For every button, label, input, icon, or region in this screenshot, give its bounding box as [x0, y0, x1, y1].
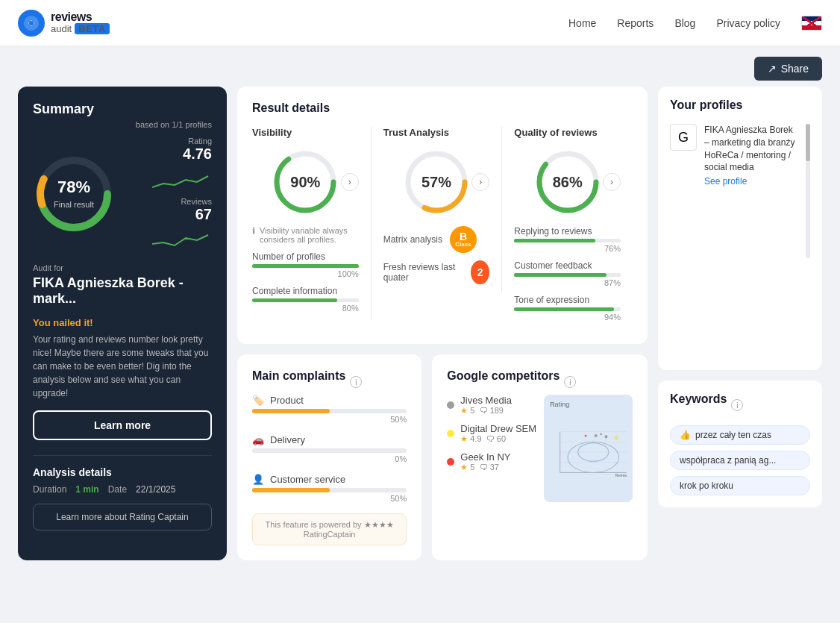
geek-meta: ★ 5 🗨 37 [460, 463, 510, 472]
keywords-card: Keywords i 👍 przez cały ten czas współpr… [658, 381, 822, 507]
visibility-percent: 90% [290, 174, 320, 191]
keywords-title: Keywords [670, 392, 727, 406]
complaints-info-icon[interactable]: i [350, 376, 362, 388]
share-button[interactable]: ↗ Share [754, 57, 822, 81]
date-value: 22/1/2025 [136, 484, 175, 495]
logo-sub-text: audit [51, 24, 72, 34]
result-cols: Visibility 90% › ℹ Visibili [252, 127, 633, 329]
visibility-note: ℹ Visibility variable always considers a… [252, 226, 359, 244]
keywords-info-icon[interactable]: i [731, 399, 743, 411]
competitors-title: Google competitors [447, 369, 560, 383]
bottom-row: Main complaints i 🏷️ Product 50% 🚗 Deliv… [237, 354, 648, 560]
rating-reviews: Rating 4.76 Reviews 67 [152, 137, 212, 251]
trust-score: 57% › [383, 148, 490, 216]
visibility-circle: 90% [272, 148, 339, 216]
profiles-card: Your profiles G FIKA Agnieszka Borek – m… [658, 87, 822, 370]
right-panel: Your profiles G FIKA Agnieszka Borek – m… [658, 87, 822, 560]
summary-card: Summary based on 1/1 profiles 78% Final … [18, 87, 227, 560]
profiles-scrollbar[interactable] [806, 124, 810, 258]
competitors-card: Google competitors i Jives Media ★ 5 [432, 354, 648, 560]
logo-sub: audit BETA [51, 23, 110, 34]
nav-privacy[interactable]: Privacy policy [716, 17, 780, 29]
info-icon-visibility: ℹ [252, 226, 255, 236]
svg-point-1 [29, 21, 34, 25]
donut-text: 78% Final result [54, 178, 94, 210]
analysis-title: Analysis details [33, 466, 212, 478]
fresh-label: Fresh reviews last quater [383, 262, 463, 283]
svg-point-23 [585, 435, 587, 437]
google-icon: G [670, 124, 697, 151]
matrix-row: Matrix analysis B Class [383, 226, 490, 253]
score-area: 78% Final result Rating 4.76 Reviews 67 [33, 137, 212, 251]
powered-by: This feature is powered by ★★★★ RatingCa… [252, 513, 407, 545]
complaint-product: 🏷️ Product 50% [252, 395, 407, 424]
share-area: ↗ Share [0, 46, 840, 87]
trust-percent: 57% [421, 174, 451, 191]
quality-chevron[interactable]: › [603, 173, 621, 191]
quality-percent: 86% [553, 174, 583, 191]
profile-name: FIKA Agnieszka Borek – marketing dla bra… [704, 124, 800, 174]
visibility-col: Visibility 90% › ℹ Visibili [252, 127, 372, 320]
jives-meta: ★ 5 🗨 189 [460, 406, 512, 416]
analysis-details: Analysis details Duration 1 min Date 22/… [33, 455, 212, 530]
matrix-label: Matrix analysis [383, 234, 442, 245]
complaint-delivery-name: 🚗 Delivery [252, 434, 407, 445]
learn-more-button[interactable]: Learn more [33, 410, 212, 440]
quality-col: Quality of reviews 86% › Replying to re [502, 127, 633, 329]
b-class-badge: B Class [450, 226, 477, 253]
competitors-list: Jives Media ★ 5 🗨 189 [447, 395, 536, 502]
visibility-chevron[interactable]: › [341, 173, 359, 191]
complaint-service: 👤 Customer service 50% [252, 474, 407, 503]
profiles-scrollbar-thumb [806, 124, 810, 161]
complaints-card: Main complaints i 🏷️ Product 50% 🚗 Deliv… [237, 354, 421, 560]
logo-title: reviews [51, 11, 110, 23]
rc-link-button[interactable]: Learn more about Rating Captain [33, 504, 212, 530]
quality-score: 86% › [514, 148, 621, 216]
reviews-value: 67 [181, 206, 212, 223]
duration-value: 1 min [75, 484, 98, 495]
profile-item: G FIKA Agnieszka Borek – marketing dla b… [670, 124, 800, 187]
nav-reports[interactable]: Reports [617, 17, 653, 29]
reviews-block: Reviews 67 [181, 197, 212, 223]
fresh-num: 2 [471, 260, 490, 284]
see-profile-link[interactable]: See profile [704, 176, 747, 187]
center-content: Result details Visibility 90% › [237, 87, 648, 560]
visibility-score: 90% › [252, 148, 359, 216]
competitors-title-row: Google competitors i [447, 369, 633, 395]
trust-label: Trust Analysis [383, 127, 490, 138]
svg-point-22 [615, 436, 618, 439]
result-details-title: Result details [252, 101, 633, 115]
complaints-title-row: Main complaints i [252, 369, 407, 395]
fresh-reviews-row: Fresh reviews last quater 2 [383, 260, 490, 284]
competitors-chart-svg: Reviews [550, 411, 627, 493]
summary-title: Summary [33, 101, 212, 117]
rating-label: Rating [183, 137, 212, 145]
nav-blog[interactable]: Blog [674, 17, 695, 29]
final-percent: 78% [54, 178, 94, 197]
quality-label: Quality of reviews [514, 127, 621, 138]
drew-dot [447, 430, 454, 437]
visibility-label: Visibility [252, 127, 359, 138]
profiles-content: G FIKA Agnieszka Borek – marketing dla b… [670, 124, 810, 258]
keyword-chips: 👍 przez cały ten czas współpraca z panią… [670, 425, 810, 495]
logo-text: reviews audit BETA [51, 11, 110, 34]
svg-point-18 [568, 442, 619, 472]
nav-home[interactable]: Home [568, 17, 596, 29]
rating-value: 4.76 [183, 145, 212, 163]
metric-complete-info: Complete information 80% [252, 286, 359, 313]
competitors-chart: Rating [544, 395, 633, 502]
reviews-sparkline [152, 229, 212, 251]
trust-chevron[interactable]: › [471, 173, 489, 191]
language-flag-icon[interactable] [801, 16, 822, 31]
profiles-list: G FIKA Agnieszka Borek – marketing dla b… [670, 124, 800, 258]
delivery-icon: 🚗 [252, 434, 264, 445]
jives-name: Jives Media [460, 395, 512, 406]
nailed-it: You nailed it! [33, 317, 212, 328]
drew-meta: ★ 4.9 🗨 60 [460, 434, 536, 444]
metric-feedback: Customer feedback 87% [514, 260, 621, 287]
competitors-info-icon[interactable]: i [564, 376, 576, 388]
competitor-drew: Digital Drew SEM ★ 4.9 🗨 60 [447, 423, 536, 444]
keyword-chip-0: 👍 przez cały ten czas [670, 425, 810, 445]
audit-name: FIKA Agnieszka Borek - mark... [33, 275, 212, 307]
share-icon: ↗ [768, 63, 777, 75]
